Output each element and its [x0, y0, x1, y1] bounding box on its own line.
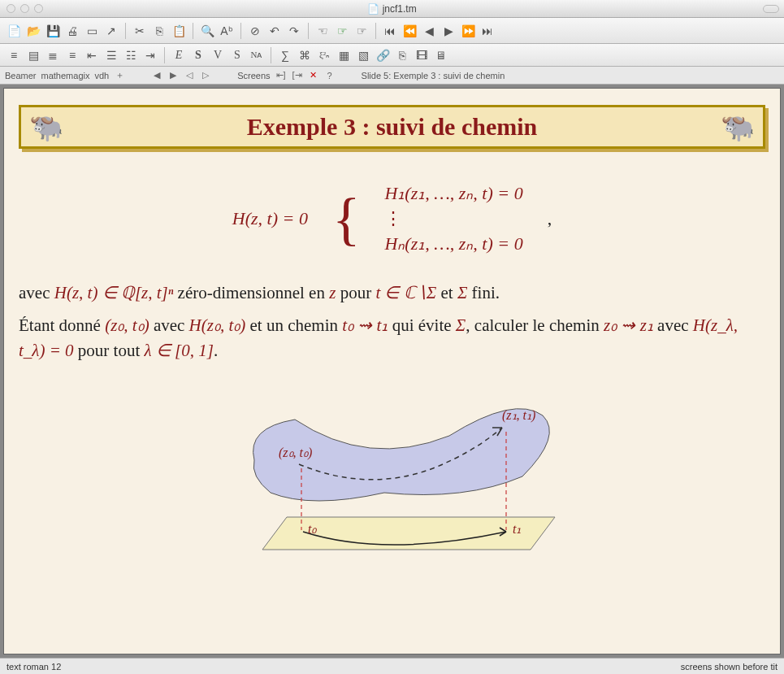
align-center-button[interactable]: ≣: [44, 46, 62, 64]
add-crumb-button[interactable]: ＋: [114, 70, 125, 81]
math-button[interactable]: ∑: [276, 46, 294, 64]
emphasis-button[interactable]: E: [170, 46, 188, 64]
window-titlebar: 📄 jncf1.tm: [0, 0, 784, 18]
crumb-vdh[interactable]: vdh: [94, 71, 109, 80]
resize-grip[interactable]: [763, 5, 779, 13]
print-button[interactable]: 🖨: [63, 22, 81, 40]
struct-right-button[interactable]: ▷: [200, 70, 211, 81]
struct-next-button[interactable]: ▶: [167, 70, 179, 81]
xi-button[interactable]: ξ²ₙ: [315, 46, 333, 64]
nav-last-button[interactable]: ⏭: [479, 22, 496, 40]
label-t1: t₁: [513, 522, 521, 536]
status-right: screens shown before tit: [681, 662, 778, 672]
screens-label: Screens: [237, 71, 270, 80]
nav-play-button[interactable]: ▶: [440, 22, 457, 40]
status-bar: text roman 12 screens shown before tit: [0, 658, 784, 674]
save-file-button[interactable]: 💾: [44, 22, 62, 40]
crumb-beamer[interactable]: Beamer: [5, 71, 37, 80]
name-button[interactable]: Nᴀ: [248, 46, 266, 64]
format-toolbar: ≡ ▤ ≣ ≡ ⇤ ☰ ☷ ⇥ E S V S Nᴀ ∑ ⌘ ξ²ₙ ▦ ▧ 🔗…: [0, 44, 784, 67]
find-button[interactable]: 🔍: [198, 22, 216, 40]
film-button[interactable]: 🎞: [413, 46, 431, 64]
nav-prev-button[interactable]: ⏪: [401, 22, 418, 40]
paste-button[interactable]: 📋: [170, 22, 188, 40]
slide-title: Exemple 3 : suivi de chemin: [247, 113, 538, 141]
path-diagram: (z₀, t₀) (z₁, t₁) t₀ t₁: [19, 379, 765, 566]
screen-enter-button[interactable]: ⇤]: [275, 70, 287, 81]
align-right-button[interactable]: ≡: [63, 46, 81, 64]
align-block-button[interactable]: ▤: [24, 46, 42, 64]
page-setup-button[interactable]: ▭: [83, 22, 101, 40]
window-controls: [6, 4, 43, 13]
strong-button[interactable]: S: [189, 46, 207, 64]
clipboard-button[interactable]: ⎘: [393, 46, 411, 64]
slide-title-bar: 🐃 Exemple 3 : suivi de chemin 🐃: [19, 105, 765, 149]
align-left-button[interactable]: ≡: [5, 46, 23, 64]
label-z1t1: (z₁, t₁): [502, 408, 535, 423]
cut-button[interactable]: ✂: [131, 22, 149, 40]
copy-button[interactable]: ⎘: [150, 22, 168, 40]
verbatim-button[interactable]: V: [209, 46, 227, 64]
link-button[interactable]: 🔗: [374, 46, 392, 64]
table-button[interactable]: ▦: [335, 46, 353, 64]
nav-back-button[interactable]: ◀: [420, 22, 438, 40]
crumb-mathemagix[interactable]: mathemagix: [41, 71, 90, 80]
replace-button[interactable]: Aᵇ: [218, 22, 236, 40]
indent-more-button[interactable]: ⇥: [141, 46, 159, 64]
indent-less-button[interactable]: ⇤: [83, 46, 101, 64]
hand-reload-button[interactable]: ☞: [333, 22, 351, 40]
slide-page: 🐃 Exemple 3 : suivi de chemin 🐃 H(z, t) …: [3, 88, 781, 654]
label-z0t0: (z₀, t₀): [279, 446, 312, 460]
main-toolbar: 📄 📂 💾 🖨 ▭ ↗ ✂ ⎘ 📋 🔍 Aᵇ ⊘ ↶ ↷ ☜ ☞ ☞ ⏮ ⏪ ◀…: [0, 18, 784, 44]
nav-fwd-button[interactable]: ⏩: [459, 22, 477, 40]
document-canvas[interactable]: 🐃 Exemple 3 : suivi de chemin 🐃 H(z, t) …: [0, 85, 784, 658]
open-file-button[interactable]: 📂: [24, 22, 42, 40]
image-button[interactable]: ▧: [354, 46, 372, 64]
paragraph-2: Étant donné (z₀, t₀) avec H(z₀, t₀) et u…: [19, 313, 765, 364]
nav-first-button[interactable]: ⏮: [381, 22, 399, 40]
minimize-window[interactable]: [20, 4, 29, 13]
struct-left-button[interactable]: ◁: [184, 70, 195, 81]
undo-button[interactable]: ↶: [266, 22, 284, 40]
hand-prev-button[interactable]: ☜: [314, 22, 331, 40]
gnu-icon: 🐃: [721, 111, 755, 143]
close-window[interactable]: [6, 4, 15, 13]
list-bullet-button[interactable]: ☰: [102, 46, 120, 64]
screen-exit-button[interactable]: [⇥: [292, 70, 303, 81]
session-button[interactable]: ⌘: [296, 46, 314, 64]
gnu-icon: 🐃: [29, 111, 63, 143]
slide-info: Slide 5: Exemple 3 : suivi de chemin: [362, 71, 505, 80]
zoom-window[interactable]: [34, 4, 43, 13]
list-number-button[interactable]: ☷: [122, 46, 140, 64]
window-title: 📄 jncf1.tm: [0, 3, 784, 15]
new-file-button[interactable]: 📄: [5, 22, 23, 40]
monitor-button[interactable]: 🖥: [432, 46, 450, 64]
screen-close-button[interactable]: ✕: [308, 70, 319, 81]
export-button[interactable]: ↗: [102, 22, 120, 40]
status-left: text roman 12: [6, 662, 61, 672]
screen-help-button[interactable]: ?: [324, 70, 336, 81]
main-equation: H(z, t) = 0 { H₁(z₁, …, zₙ, t) = 0 ⋮ Hₙ(…: [19, 181, 765, 256]
context-bar: Beamer mathemagix vdh ＋ ◀ ▶ ◁ ▷ Screens …: [0, 67, 784, 85]
cancel-button[interactable]: ⊘: [246, 22, 264, 40]
redo-button[interactable]: ↷: [285, 22, 303, 40]
hand-next-button[interactable]: ☞: [353, 22, 370, 40]
struct-prev-button[interactable]: ◀: [151, 70, 162, 81]
sample-button[interactable]: S: [228, 46, 246, 64]
paragraph-1: avec H(z, t) ∈ ℚ[z, t]ⁿ zéro-dimensionne…: [19, 280, 765, 307]
